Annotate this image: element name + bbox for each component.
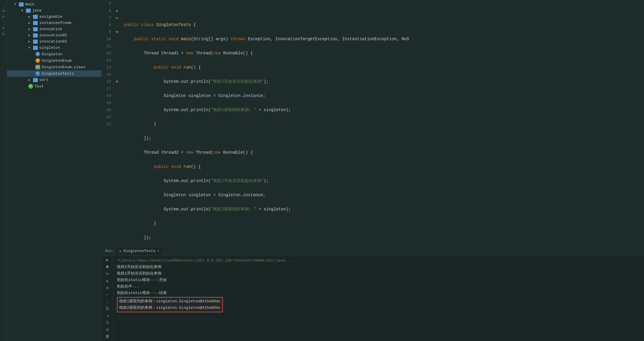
vtab-1[interactable]: Z: S... xyxy=(1,2,6,20)
line-num-18: 18 xyxy=(102,92,113,99)
gutter-5 xyxy=(113,0,120,7)
down-btn[interactable]: ↓ xyxy=(103,299,112,304)
output-line-7: 线程2获取到的单例：singleton.Singleton@415a66dc xyxy=(119,305,220,311)
label-instanceofcode: instanceofcode xyxy=(39,21,71,25)
highlighted-output: 线程1获取到的单例：singleton.Singleton@415a66dc 线… xyxy=(117,297,223,312)
output-line-1: 线程2开始尝试初始化单例 xyxy=(117,264,640,270)
output-line-5: 初始化static模块----结束 xyxy=(117,290,640,296)
line-num-19: 19 xyxy=(102,99,113,106)
icon-Test: T xyxy=(28,84,33,89)
line-num-10: 10 xyxy=(102,35,113,43)
login-btn[interactable]: ⊣ xyxy=(103,313,112,319)
label-invocation: invocation xyxy=(39,27,62,31)
line-num-7: 7 ▶ xyxy=(102,14,113,21)
sidebar-item-assignable[interactable]: ▶ assignable xyxy=(7,14,101,20)
line-num-17: 17 xyxy=(102,85,113,92)
arrow-invocation02: ▶ xyxy=(28,33,32,37)
gutter-area: ⊂ ⊏ ⚑ xyxy=(113,0,120,246)
code-line-5 xyxy=(124,7,640,14)
sidebar-item-Test[interactable]: T Test xyxy=(7,83,101,90)
gutter-11 xyxy=(113,43,120,50)
run-arrow-6: ▶ xyxy=(116,9,118,13)
code-line-10: System.out.println("线程1开始尝试初始化单例"); xyxy=(124,78,640,85)
warn-arrow-16: ⚑ xyxy=(116,80,118,84)
icon-SingletonEnum: E xyxy=(35,58,40,63)
label-Singleton: Singleton xyxy=(42,52,62,56)
gutter-13 xyxy=(113,57,120,64)
run-tab-close[interactable]: × xyxy=(157,249,159,253)
icon-SingletonTests: C xyxy=(35,71,40,76)
gutter-8 xyxy=(113,21,120,28)
sidebar-item-SingletonTests[interactable]: C SingletonTests xyxy=(7,70,101,77)
arrow-java: ▼ xyxy=(21,9,25,12)
label-assignable: assignable xyxy=(39,14,62,19)
code-editor[interactable]: 5 6 ▶ 7 ▶ 8 9 ⚑ 10 11 12 13 14 15 16 ⚑ xyxy=(102,0,644,246)
icon-SingletonEnumClass: cls xyxy=(35,65,40,69)
sidebar-item-invocation[interactable]: ▶ invocation xyxy=(7,26,101,32)
line-num-21: 21 xyxy=(102,113,113,121)
code-line-9: public void run() { xyxy=(124,64,640,71)
code-line-18: Singleton singleton = Singleton.instance… xyxy=(124,191,640,199)
bottom-content: ▶ ■ ⊙ ⇅ ≋ ↑ ↓ ☰ ⊣ ⎙ ⊟ 🗑 /Library/Java/Ja… xyxy=(102,256,644,341)
rerun-btn[interactable]: ⇅ xyxy=(103,278,112,284)
code-line-7: public static void main(String[] args) t… xyxy=(124,35,640,43)
filter-btn[interactable]: ☰ xyxy=(103,306,112,311)
up-btn[interactable]: ↑ xyxy=(103,292,112,298)
folder-icon-instanceofcode xyxy=(33,21,38,25)
output-highlighted-block: 线程1获取到的单例：singleton.Singleton@415a66dc 线… xyxy=(117,297,640,312)
arrow-singleton: ▼ xyxy=(28,46,32,50)
output-line-2: 线程1开始尝试初始化单例 xyxy=(117,270,640,277)
sidebar-item-main[interactable]: ▼ main xyxy=(7,1,101,7)
sidebar-item-instanceofcode[interactable]: ▶ instanceofcode xyxy=(7,20,101,26)
code-line-19: System.out.println("线程2获取到的单例: " + singl… xyxy=(124,206,640,213)
sidebar-item-invocation03[interactable]: ▶ invocation03 xyxy=(7,38,101,45)
left-vtabs: Z: S... Z: S... xyxy=(0,0,7,341)
code-line-11: Singleton singleton = Singleton.instance… xyxy=(124,92,640,99)
screenshot-btn[interactable]: ⊙ xyxy=(103,271,112,277)
sidebar-item-Singleton[interactable]: C Singleton xyxy=(7,51,101,57)
vtab-2[interactable]: Z: S... xyxy=(1,20,6,37)
run-btn[interactable]: ▶ xyxy=(103,257,112,263)
layout-btn[interactable]: ⊟ xyxy=(103,327,112,332)
code-content[interactable]: public class SingletonTests { public sta… xyxy=(120,0,644,246)
editor-area: 5 6 ▶ 7 ▶ 8 9 ⚑ 10 11 12 13 14 15 16 ⚑ xyxy=(102,0,644,341)
code-line-13: } xyxy=(124,121,640,128)
line-num-11: 11 xyxy=(102,43,113,50)
line-num-16: 16 ⚑ xyxy=(102,78,113,85)
label-SingletonEnumClass: SingletonEnum.class xyxy=(42,65,85,69)
folder-icon-sort xyxy=(33,78,38,82)
print-btn[interactable]: ⎙ xyxy=(103,320,112,325)
line-numbers-col: 5 6 ▶ 7 ▶ 8 9 ⚑ 10 11 12 13 14 15 16 ⚑ xyxy=(102,0,113,246)
code-line-16: public void run() { xyxy=(124,163,640,170)
sidebar-item-SingletonEnumClass[interactable]: cls SingletonEnum.class xyxy=(7,64,101,70)
run-tab-name: SingletonTests xyxy=(123,249,156,253)
sidebar-item-SingletonEnum[interactable]: E SingletonEnum xyxy=(7,57,101,64)
line-num-9: 9 ⚑ xyxy=(102,28,113,35)
line-num-8: 8 xyxy=(102,21,113,28)
sidebar-item-sort[interactable]: ▶ sort xyxy=(7,77,101,83)
gutter-12 xyxy=(113,50,120,57)
label-SingletonTests: SingletonTests xyxy=(42,72,74,76)
code-line-12: System.out.println("线程1获取到的单例: " + singl… xyxy=(124,106,640,113)
label-SingletonEnum: SingletonEnum xyxy=(42,59,71,63)
sidebar-item-invocation02[interactable]: ▶ invocation02 xyxy=(7,32,101,38)
run-label: Run: xyxy=(105,249,114,253)
arrow-main: ▼ xyxy=(14,3,18,6)
code-line-8: Thread thread1 = new Thread(new Runnable… xyxy=(124,50,640,57)
code-line-20: } xyxy=(124,220,640,227)
output-line-3: 初始化static模块----开始 xyxy=(117,277,640,283)
scroll-btn[interactable]: ≋ xyxy=(103,285,112,290)
line-num-15: 15 xyxy=(102,71,113,78)
arrow-invocation: ▶ xyxy=(28,27,32,31)
sidebar-item-java[interactable]: ▼ java xyxy=(7,7,101,14)
stop-btn[interactable]: ■ xyxy=(103,264,112,270)
main-area: Z: S... Z: S... ▼ main ▼ java ▶ assignab… xyxy=(0,0,644,341)
output-area: /Library/Java/JavaVirtualMachines/jdk1.8… xyxy=(113,256,644,341)
gutter-22 xyxy=(113,121,120,128)
icon-Singleton: C xyxy=(35,52,40,56)
sidebar-item-singleton[interactable]: ▼ singleton xyxy=(7,45,101,51)
run-tab-active[interactable]: ▶ SingletonTests × xyxy=(117,248,162,254)
arrow-invocation03: ▶ xyxy=(28,40,32,43)
label-invocation02: invocation02 xyxy=(39,33,67,38)
trash-btn[interactable]: 🗑 xyxy=(103,334,112,339)
